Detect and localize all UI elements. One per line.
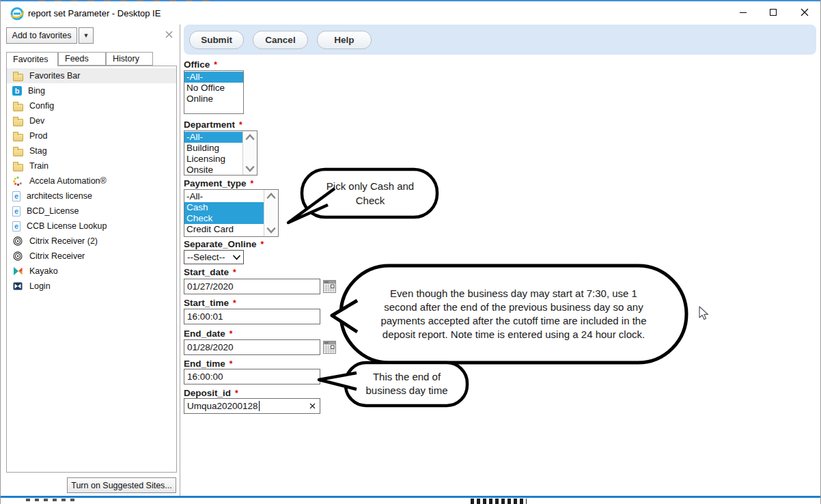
chevron-down-icon [232, 255, 241, 260]
favorites-item-kayako[interactable]: Kayako [7, 264, 176, 279]
department-scrollbar[interactable] [242, 131, 257, 175]
required-mark: * [229, 359, 233, 369]
add-to-favorites-button[interactable]: Add to favorites [6, 27, 77, 44]
office-option-all[interactable]: -All- [184, 72, 243, 83]
favorites-item-stag[interactable]: Stag [7, 143, 176, 158]
ie-page-icon [12, 221, 20, 232]
sidebar-divider [180, 25, 180, 496]
end-time-input[interactable] [184, 369, 320, 384]
callout-start-time-text: Even though the business day may start a… [372, 277, 655, 351]
payment-type-label: Payment_type* [184, 178, 253, 188]
close-icon[interactable] [790, 1, 820, 23]
favorites-item-bing[interactable]: Bing [7, 83, 176, 98]
office-option-online[interactable]: Online [184, 94, 243, 104]
ie-page-icon [12, 206, 20, 216]
required-mark: * [251, 179, 254, 188]
window-bottom-accent [1, 496, 821, 498]
favorites-item-dev[interactable]: Dev [7, 113, 176, 128]
separate-online-label: Separate_Online* [184, 239, 264, 249]
favorites-item-citrix-receiver-2[interactable]: Citrix Receiver (2) [7, 234, 176, 249]
citrix-icon [12, 251, 23, 262]
office-option-no-office[interactable]: No Office [184, 83, 243, 94]
chevron-down-icon[interactable] [245, 166, 255, 172]
office-listbox: -All- No Office Online [184, 70, 244, 114]
chevron-up-icon[interactable] [245, 134, 255, 140]
bing-icon [12, 86, 22, 96]
favorites-item-config[interactable]: Config [7, 98, 176, 113]
ie-page-icon [12, 191, 20, 201]
callout-payment: Pick only Cash and Check [279, 167, 443, 229]
favorites-item-login[interactable]: Login [7, 279, 176, 294]
citrix-icon [12, 236, 23, 247]
department-option-all[interactable]: -All- [184, 132, 242, 143]
deposit-id-input[interactable]: Umqua20200128 [184, 398, 320, 414]
kayako-icon [12, 266, 23, 277]
callout-end-time-text: This the end of business day time [354, 367, 460, 401]
favorites-item-ccb-license-lookup[interactable]: CCB License Lookup [7, 219, 176, 234]
tab-feeds[interactable]: Feeds [58, 52, 106, 66]
favorites-item-architects-license[interactable]: architects license [7, 188, 176, 204]
department-option-licensing[interactable]: Licensing [184, 154, 242, 165]
start-date-label: Start_date* [184, 267, 236, 277]
required-mark: * [235, 389, 238, 398]
titlebar: report set Parameter - Desktop IE [1, 1, 821, 25]
favorites-list: Favorites Bar Bing Config Dev Prod Stag … [6, 66, 177, 473]
browser-window: report set Parameter - Desktop IE Add to… [0, 0, 821, 504]
office-label: Office* [184, 59, 217, 70]
folder-icon [12, 145, 23, 156]
favorites-item-bcd-license[interactable]: BCD_License [7, 204, 176, 219]
turn-on-suggested-sites-button[interactable]: Turn on Suggested Sites... [67, 477, 176, 493]
payment-option-credit-card[interactable]: Credit Card [184, 224, 264, 235]
folder-icon [12, 115, 23, 126]
separate-online-select[interactable]: --Select-- [184, 250, 244, 264]
favorites-item-train[interactable]: Train [7, 158, 176, 173]
start-date-input[interactable] [184, 279, 320, 294]
folder-icon [12, 70, 23, 81]
add-to-favorites-split-button: Add to favorites ▼ [6, 27, 94, 44]
folder-icon [12, 160, 23, 171]
end-date-label: End_date* [184, 328, 232, 339]
help-button[interactable]: Help [317, 31, 372, 49]
callout-payment-text: Pick only Cash and Check [311, 175, 429, 212]
payment-type-listbox: -All- Cash Check Credit Card [184, 189, 279, 237]
folder-icon [12, 130, 23, 141]
favorites-item-citrix-receiver[interactable]: Citrix Receiver [7, 249, 176, 264]
end-date-input[interactable] [184, 339, 320, 355]
maximize-icon[interactable] [758, 1, 788, 23]
required-mark: * [229, 329, 233, 339]
favorites-item-prod[interactable]: Prod [7, 128, 176, 143]
favorites-item-favorites-bar[interactable]: Favorites Bar [7, 68, 176, 83]
ie-logo-icon [10, 7, 24, 20]
payment-option-check[interactable]: Check [184, 213, 264, 224]
required-mark: * [214, 60, 217, 70]
favorites-panel-close-icon[interactable] [163, 29, 174, 40]
callout-start-time: Even though the business day may start a… [327, 262, 691, 367]
required-mark: * [261, 240, 264, 249]
background-window-fragment [471, 499, 527, 504]
submit-button[interactable]: Submit [189, 31, 244, 49]
mouse-cursor [699, 306, 712, 321]
department-option-onsite[interactable]: Onsite [184, 165, 242, 176]
required-mark: * [239, 120, 242, 130]
payment-type-scrollbar[interactable] [264, 190, 278, 236]
chevron-up-icon[interactable] [266, 193, 276, 199]
required-mark: * [233, 268, 236, 277]
tab-history[interactable]: History [106, 52, 153, 66]
favorites-item-accela[interactable]: Accela Automation® [7, 173, 176, 188]
start-time-input[interactable] [184, 309, 320, 324]
login-icon [12, 281, 23, 292]
background-window-fragment [26, 499, 75, 501]
payment-option-cash[interactable]: Cash [184, 202, 264, 213]
tab-favorites[interactable]: Favorites [6, 52, 58, 66]
department-label: Department* [184, 120, 242, 130]
chevron-down-icon[interactable]: ▼ [79, 27, 94, 44]
department-listbox: -All- Building Licensing Onsite [184, 130, 258, 176]
minimize-icon[interactable] [728, 1, 758, 23]
cancel-button[interactable]: Cancel [253, 31, 308, 49]
accela-icon [12, 176, 23, 186]
department-option-building[interactable]: Building [184, 143, 242, 154]
payment-option-all[interactable]: -All- [184, 191, 264, 202]
window-title: report set Parameter - Desktop IE [28, 8, 161, 18]
callout-end-time: This the end of business day time [311, 359, 475, 411]
chevron-down-icon[interactable] [266, 227, 276, 234]
